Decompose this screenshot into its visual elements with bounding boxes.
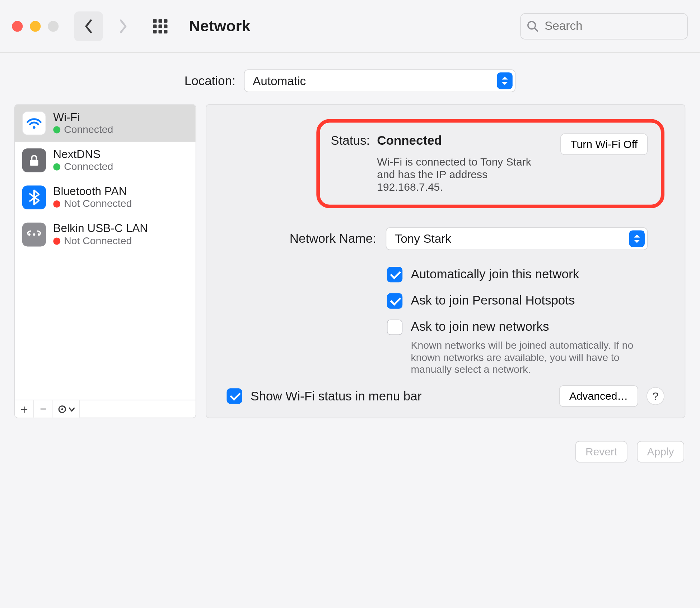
show-in-menubar-label: Show Wi-Fi status in menu bar [251,389,551,403]
sidebar-item-label: Wi-Fi [53,111,113,124]
svg-rect-3 [30,160,38,166]
location-select[interactable]: Automatic [244,69,515,92]
sidebar-item-label: Bluetooth PAN [53,185,132,198]
ask-new-networks-checkbox[interactable] [387,320,402,335]
sidebar-item-belkin-lan[interactable]: Belkin USB-C LAN Not Connected [15,216,196,253]
chevron-left-icon [84,19,93,33]
sidebar-item-wifi[interactable]: Wi-Fi Connected [15,105,196,142]
back-button[interactable] [74,11,103,41]
auto-join-checkbox[interactable] [387,267,402,282]
ethernet-icon [22,223,46,247]
status-dot-icon [53,200,60,208]
status-value: Connected [377,134,552,148]
network-name-value: Tony Stark [395,232,451,246]
status-label: Status: [331,134,370,148]
search-field[interactable] [520,13,687,39]
search-icon [527,19,539,33]
network-name-label: Network Name: [227,232,376,246]
status-highlight: Status: Connected Wi-Fi is connected to … [316,119,664,208]
remove-network-button[interactable]: − [34,400,53,418]
svg-point-4 [28,233,31,236]
svg-line-1 [535,28,537,31]
detail-pane: Status: Connected Wi-Fi is connected to … [206,104,685,418]
apply-button[interactable]: Apply [637,441,684,463]
status-description: Wi-Fi is connected to Tony Stark and has… [377,156,552,194]
svg-point-6 [38,233,40,236]
gear-with-chevron-icon [57,404,75,414]
ask-new-networks-label: Ask to join new networks [411,320,650,334]
location-value: Automatic [253,74,306,88]
sidebar-item-status: Connected [64,161,113,173]
bluetooth-icon [22,185,46,209]
auto-join-label: Automatically join this network [411,267,579,281]
sidebar-item-status: Connected [64,124,113,136]
close-window-button[interactable] [12,20,23,31]
window-controls [12,20,59,31]
wifi-toggle-button[interactable]: Turn Wi-Fi Off [560,134,648,155]
updown-icon [629,230,645,247]
location-label: Location: [185,74,235,88]
chevron-right-icon [118,19,128,33]
status-dot-icon [53,237,60,245]
page-title: Network [189,17,250,36]
show-all-button[interactable] [148,19,172,33]
status-dot-icon [53,163,60,171]
wifi-icon [22,111,46,135]
sidebar-item-status: Not Connected [64,235,132,247]
sidebar-item-label: Belkin USB-C LAN [53,222,148,235]
ask-hotspot-checkbox[interactable] [387,293,402,308]
lock-icon [22,148,46,172]
sidebar-item-label: NextDNS [53,148,113,161]
updown-icon [497,73,512,89]
forward-button[interactable] [109,11,137,41]
sidebar-item-status: Not Connected [64,198,132,210]
advanced-button[interactable]: Advanced… [559,385,638,407]
network-name-select[interactable]: Tony Stark [386,227,648,250]
show-in-menubar-checkbox[interactable] [227,388,242,404]
zoom-window-button[interactable] [48,20,59,31]
search-input[interactable] [543,19,681,34]
add-network-button[interactable]: ＋ [15,400,34,418]
svg-point-8 [61,408,63,410]
network-actions-menu[interactable] [53,400,79,418]
svg-point-2 [33,126,35,129]
sidebar-item-nextdns[interactable]: NextDNS Connected [15,142,196,179]
ask-new-networks-desc: Known networks will be joined automatica… [411,340,650,376]
network-sidebar: Wi-Fi Connected NextDNS Connected [14,104,196,418]
help-button[interactable]: ? [647,387,664,405]
ask-hotspot-label: Ask to join Personal Hotspots [411,293,575,307]
grid-icon [153,19,167,33]
status-dot-icon [53,126,60,134]
revert-button[interactable]: Revert [575,441,627,463]
svg-point-5 [33,233,36,236]
minimize-window-button[interactable] [30,20,41,31]
sidebar-item-bluetooth-pan[interactable]: Bluetooth PAN Not Connected [15,179,196,216]
